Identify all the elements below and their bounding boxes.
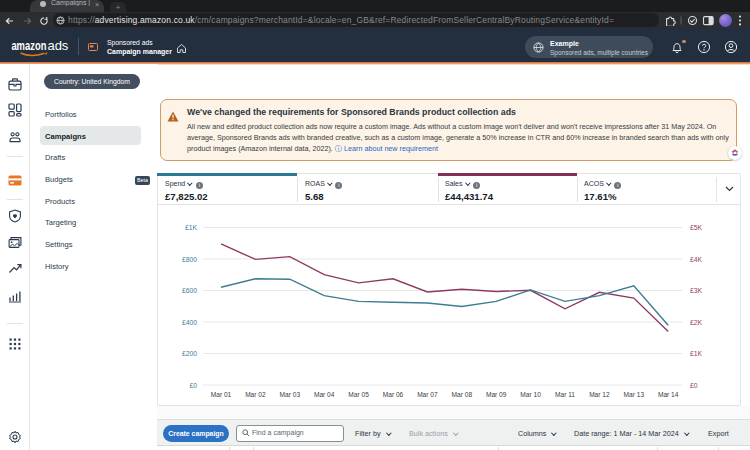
svg-text:Mar 04: Mar 04 (314, 391, 335, 398)
svg-text:Mar 03: Mar 03 (280, 391, 301, 398)
svg-text:Mar 05: Mar 05 (348, 391, 369, 398)
svg-text:£0: £0 (690, 382, 698, 389)
svg-text:Mar 13: Mar 13 (624, 391, 645, 398)
svg-text:£5K: £5K (690, 224, 703, 231)
svg-text:Mar 11: Mar 11 (555, 391, 575, 398)
svg-text:Mar 07: Mar 07 (417, 391, 438, 398)
svg-text:£2K: £2K (690, 319, 703, 326)
svg-text:Mar 12: Mar 12 (589, 391, 610, 398)
svg-text:£4K: £4K (690, 256, 703, 263)
svg-text:Mar 06: Mar 06 (383, 391, 404, 398)
svg-text:£800: £800 (182, 256, 197, 263)
svg-text:Mar 09: Mar 09 (486, 391, 507, 398)
svg-text:Mar 08: Mar 08 (452, 391, 473, 398)
svg-text:£1K: £1K (185, 224, 198, 231)
svg-text:£600: £600 (182, 287, 197, 294)
svg-text:£200: £200 (182, 350, 197, 357)
svg-text:Mar 01: Mar 01 (211, 391, 232, 398)
svg-text:£3K: £3K (690, 287, 703, 294)
svg-text:Mar 10: Mar 10 (520, 391, 541, 398)
svg-text:Mar 14: Mar 14 (658, 391, 679, 398)
svg-text:amazon: amazon (11, 38, 46, 53)
svg-text:Mar 02: Mar 02 (245, 391, 266, 398)
svg-text:£0: £0 (189, 382, 197, 389)
svg-text:ads: ads (47, 38, 68, 53)
svg-text:£400: £400 (182, 319, 197, 326)
svg-text:£1K: £1K (690, 350, 703, 357)
